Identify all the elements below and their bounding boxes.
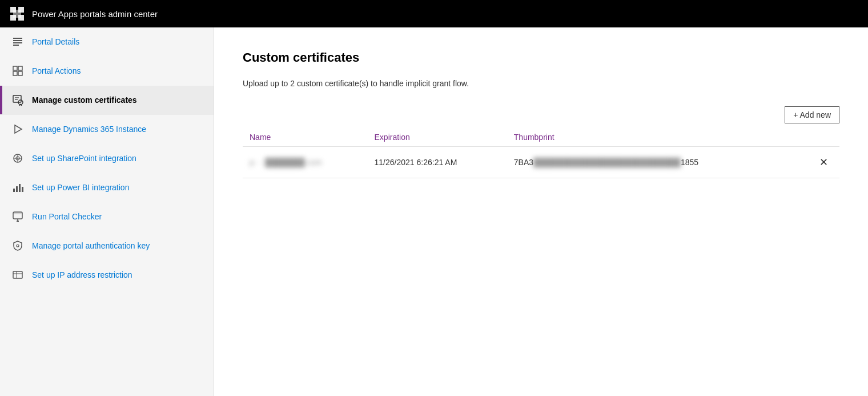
svg-rect-9 (13, 66, 17, 70)
sidebar-label-portal-auth-key: Manage portal authentication key (32, 241, 150, 251)
svg-rect-5 (13, 38, 22, 39)
sidebar-item-portal-actions[interactable]: Portal Actions (0, 57, 214, 86)
svg-rect-26 (19, 184, 21, 192)
table-row: p· · ·███████.com 11/26/2021 6:26:21 AM … (243, 147, 839, 178)
checker-icon (11, 210, 24, 223)
svg-rect-11 (13, 71, 17, 75)
svg-rect-29 (13, 212, 22, 214)
svg-rect-7 (13, 42, 22, 43)
topbar: Power Apps portals admin center (0, 0, 868, 27)
shield-icon (11, 239, 24, 252)
svg-rect-25 (16, 186, 18, 192)
page-title: Custom certificates (243, 50, 839, 65)
col-header-expiration: Expiration (368, 128, 507, 147)
cert-name-blurred: p· · ·███████.com (250, 158, 322, 167)
svg-rect-4 (13, 10, 21, 18)
sidebar-item-manage-custom-certificates[interactable]: Manage custom certificates (0, 86, 214, 115)
app-title: Power Apps portals admin center (32, 9, 158, 19)
sidebar-label-powerbi-integration: Set up Power BI integration (32, 182, 129, 193)
cert-expiration: 11/26/2021 6:26:21 AM (368, 147, 507, 178)
sidebar-item-portal-auth-key[interactable]: Manage portal authentication key (0, 231, 214, 261)
sidebar-item-portal-details[interactable]: Portal Details (0, 27, 214, 57)
svg-rect-13 (13, 95, 21, 102)
main-content: Custom certificates Upload up to 2 custo… (214, 27, 868, 396)
cert-thumbprint-blurred: ██████████████████████████ (533, 158, 681, 167)
sidebar-label-portal-actions: Portal Actions (32, 66, 81, 76)
sidebar-label-ip-restriction: Set up IP address restriction (32, 270, 132, 280)
svg-rect-12 (18, 71, 22, 75)
table-actions-row: + Add new (243, 106, 839, 123)
sidebar-label-run-portal-checker: Run Portal Checker (32, 211, 102, 222)
sidebar-label-portal-details: Portal Details (32, 37, 79, 47)
cert-icon (11, 94, 24, 106)
grid-icon (11, 65, 24, 77)
body-container: Portal Details Portal Actions (0, 27, 868, 396)
certificates-table: Name Expiration Thumbprint p· · ·███████… (243, 128, 839, 178)
delete-cert-button[interactable]: ✕ (815, 154, 833, 171)
sidebar-item-sharepoint-integration[interactable]: Set up SharePoint integration (0, 144, 214, 173)
ip-icon (11, 269, 24, 281)
sidebar-label-sharepoint-integration: Set up SharePoint integration (32, 153, 136, 163)
col-header-thumbprint: Thumbprint (507, 128, 794, 147)
col-header-name: Name (243, 128, 368, 147)
list-icon (11, 35, 24, 48)
cert-delete-cell: ✕ (794, 147, 839, 178)
svg-rect-27 (22, 187, 23, 192)
sidebar-item-run-portal-checker[interactable]: Run Portal Checker (0, 202, 214, 231)
svg-rect-8 (13, 45, 19, 46)
svg-rect-6 (13, 40, 22, 41)
svg-point-32 (17, 245, 19, 247)
cert-thumbprint: 7BA3██████████████████████████1855 (507, 147, 794, 178)
play-icon (11, 123, 24, 135)
add-new-button[interactable]: + Add new (785, 106, 839, 123)
sharepoint-icon (11, 152, 24, 165)
svg-marker-19 (15, 125, 22, 133)
page-description: Upload up to 2 custom certificate(s) to … (243, 79, 839, 88)
sidebar-item-manage-dynamics-365[interactable]: Manage Dynamics 365 Instance (0, 115, 214, 144)
cert-name: p· · ·███████.com (243, 147, 368, 178)
sidebar-item-powerbi-integration[interactable]: Set up Power BI integration (0, 173, 214, 202)
svg-rect-33 (13, 271, 22, 278)
sidebar: Portal Details Portal Actions (0, 27, 214, 396)
chart-icon (11, 181, 24, 194)
app-logo (9, 6, 25, 22)
sidebar-label-manage-dynamics-365: Manage Dynamics 365 Instance (32, 124, 146, 134)
sidebar-label-manage-custom-certificates: Manage custom certificates (32, 95, 137, 105)
svg-rect-24 (13, 189, 15, 192)
sidebar-item-ip-restriction[interactable]: Set up IP address restriction (0, 261, 214, 290)
col-header-actions (794, 128, 839, 147)
svg-rect-10 (18, 66, 22, 70)
